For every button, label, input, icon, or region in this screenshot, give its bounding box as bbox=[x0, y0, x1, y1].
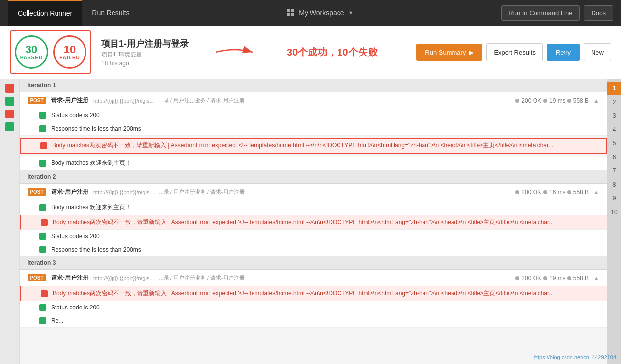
pass-icon bbox=[39, 246, 46, 253]
run-command-line-button[interactable]: Run In Command Line bbox=[501, 5, 580, 21]
request-row[interactable]: POST 请求-用户注册 http://{{ip}}:{{port}}/regi… bbox=[20, 184, 607, 200]
assertion-text: Response time is less than 200ms bbox=[51, 125, 141, 132]
page-6[interactable]: 6 bbox=[607, 151, 621, 164]
request-url: http://{{ip}}:{{port}}/regis... bbox=[93, 98, 154, 104]
method-badge: POST bbox=[28, 97, 46, 104]
pass-icon bbox=[39, 304, 46, 311]
passed-badge: 30 PASSED bbox=[15, 35, 48, 69]
page-4[interactable]: 4 bbox=[607, 123, 621, 136]
svg-rect-0 bbox=[287, 9, 290, 12]
pass-icon bbox=[39, 125, 46, 132]
assertion-row: Re... bbox=[20, 314, 607, 328]
new-button[interactable]: New bbox=[584, 43, 611, 61]
content-area[interactable]: Iteration 1 POST 请求-用户注册 http://{{ip}}:{… bbox=[20, 79, 607, 364]
passed-label: PASSED bbox=[20, 55, 43, 60]
request-status: 200 OK 19 ms 558 B bbox=[515, 97, 589, 104]
failed-count: 10 bbox=[64, 44, 76, 55]
pagination-sidebar: 1 2 3 4 5 6 7 8 9 10 bbox=[607, 79, 621, 364]
iteration-1-header: Iteration 1 bbox=[20, 79, 607, 92]
size-dot bbox=[567, 99, 571, 103]
status-dot bbox=[515, 276, 519, 280]
assertion-text-fail: Body matches两次密码不一致，请重新输入 | AssertionErr… bbox=[52, 141, 553, 150]
run-summary-button[interactable]: Run Summary ▶ bbox=[416, 44, 482, 61]
badges-group: 30 PASSED 10 FAILED bbox=[10, 30, 91, 74]
project-title: 项目1-用户注册与登录 bbox=[101, 38, 189, 50]
status-dot bbox=[515, 190, 519, 194]
page-9[interactable]: 9 bbox=[607, 192, 621, 205]
iteration-2-header: Iteration 2 bbox=[20, 170, 607, 184]
assertion-text-fail: Body matches两次密码不一致，请重新输入 | AssertionErr… bbox=[53, 289, 554, 298]
sidebar-indicator-4 bbox=[5, 122, 14, 131]
page-3[interactable]: 3 bbox=[607, 110, 621, 122]
assertion-row-fail: Body matches两次密码不一致，请重新输入 | AssertionErr… bbox=[20, 215, 607, 230]
request-path: ...录 / 用户注册业务 / 请求-用户注册 bbox=[159, 188, 245, 196]
request-row[interactable]: POST 请求-用户注册 http://{{ip}}:{{port}}/regi… bbox=[20, 92, 607, 109]
failed-assertion-container-1: Body matches两次密码不一致，请重新输入 | AssertionErr… bbox=[20, 138, 607, 154]
svg-rect-1 bbox=[291, 9, 294, 12]
workspace-selector[interactable]: My Workspace ▼ bbox=[140, 9, 502, 17]
request-name: 请求-用户注册 bbox=[51, 274, 88, 282]
assertion-text: Body matches 欢迎来到主页！ bbox=[51, 203, 131, 212]
pass-icon bbox=[39, 160, 46, 167]
tab-run-results[interactable]: Run Results bbox=[82, 0, 139, 26]
pass-icon bbox=[39, 112, 46, 119]
assertion-row: Status code is 200 bbox=[20, 301, 607, 314]
run-summary-label: Run Summary bbox=[425, 49, 466, 56]
assertion-row: Body matches 欢迎来到主页！ bbox=[20, 200, 607, 215]
page-10[interactable]: 10 bbox=[607, 206, 621, 219]
annotation-text: 30个成功，10个失败 bbox=[287, 46, 378, 59]
annotation-arrow-area: 30个成功，10个失败 bbox=[213, 45, 378, 59]
pass-icon bbox=[39, 317, 46, 324]
assertion-text-fail: Body matches两次密码不一致，请重新输入 | AssertionErr… bbox=[53, 218, 554, 226]
chevron-right-icon: ▶ bbox=[469, 49, 474, 56]
size-dot bbox=[567, 190, 571, 194]
pass-icon bbox=[39, 204, 46, 211]
watermark: https://blog.csdn.net/cn_44292104 bbox=[534, 354, 616, 360]
collapse-icon[interactable]: ▲ bbox=[593, 97, 599, 104]
assertion-text: Re... bbox=[51, 317, 63, 324]
assertion-row-fail: Body matches两次密码不一致，请重新输入 | AssertionErr… bbox=[20, 138, 607, 154]
assertion-row: Status code is 200 bbox=[20, 230, 607, 243]
request-url: http://{{ip}}:{{port}}/regis... bbox=[93, 189, 154, 195]
tab-collection-runner[interactable]: Collection Runner bbox=[8, 0, 82, 26]
workspace-label: My Workspace bbox=[299, 9, 344, 17]
method-badge: POST bbox=[28, 274, 46, 281]
assertion-row: Response time is less than 200ms bbox=[20, 243, 607, 256]
export-results-button[interactable]: Export Results bbox=[486, 43, 543, 61]
method-badge: POST bbox=[28, 188, 46, 196]
assertion-text: Body matches 欢迎来到主页！ bbox=[51, 159, 131, 167]
tab-collection-runner-label: Collection Runner bbox=[18, 9, 72, 17]
request-row[interactable]: POST 请求-用户注册 http://{{ip}}:{{port}}/regi… bbox=[20, 270, 607, 286]
page-5[interactable]: 5 bbox=[607, 137, 621, 150]
page-1[interactable]: 1 bbox=[607, 82, 621, 95]
page-7[interactable]: 7 bbox=[607, 165, 621, 177]
page-2[interactable]: 2 bbox=[607, 96, 621, 109]
failed-badge: 10 FAILED bbox=[53, 35, 86, 69]
docs-button[interactable]: Docs bbox=[584, 5, 613, 21]
request-status: 200 OK 16 ms 558 B bbox=[515, 189, 589, 196]
retry-button[interactable]: Retry bbox=[547, 44, 580, 61]
project-env: 项目1-环境变量 bbox=[101, 51, 189, 59]
page-8[interactable]: 8 bbox=[607, 178, 621, 191]
collapse-icon[interactable]: ▲ bbox=[593, 189, 599, 196]
collapse-icon[interactable]: ▲ bbox=[593, 275, 599, 281]
status-dot bbox=[515, 99, 519, 103]
summary-actions: Run Summary ▶ Export Results Retry New bbox=[416, 43, 611, 61]
request-path: ...录 / 用户注册业务 / 请求-用户注册 bbox=[159, 97, 245, 104]
svg-rect-3 bbox=[291, 13, 294, 16]
top-navigation: Collection Runner Run Results My Workspa… bbox=[0, 0, 621, 26]
assertion-text: Status code is 200 bbox=[51, 304, 100, 311]
fail-icon bbox=[40, 142, 47, 149]
request-name: 请求-用户注册 bbox=[51, 96, 88, 105]
nav-actions: Run In Command Line Docs bbox=[501, 5, 613, 21]
arrow-icon bbox=[213, 45, 257, 59]
request-status: 200 OK 19 ms 558 B bbox=[515, 275, 589, 281]
fail-icon bbox=[41, 290, 48, 297]
svg-rect-2 bbox=[287, 13, 290, 16]
main-layout: Iteration 1 POST 请求-用户注册 http://{{ip}}:{… bbox=[0, 79, 621, 364]
time-dot bbox=[543, 276, 547, 280]
sidebar-indicator-1 bbox=[5, 84, 14, 93]
assertion-text: Response time is less than 200ms bbox=[51, 246, 141, 253]
tab-run-results-label: Run Results bbox=[92, 9, 129, 17]
assertion-text: Status code is 200 bbox=[51, 233, 100, 240]
